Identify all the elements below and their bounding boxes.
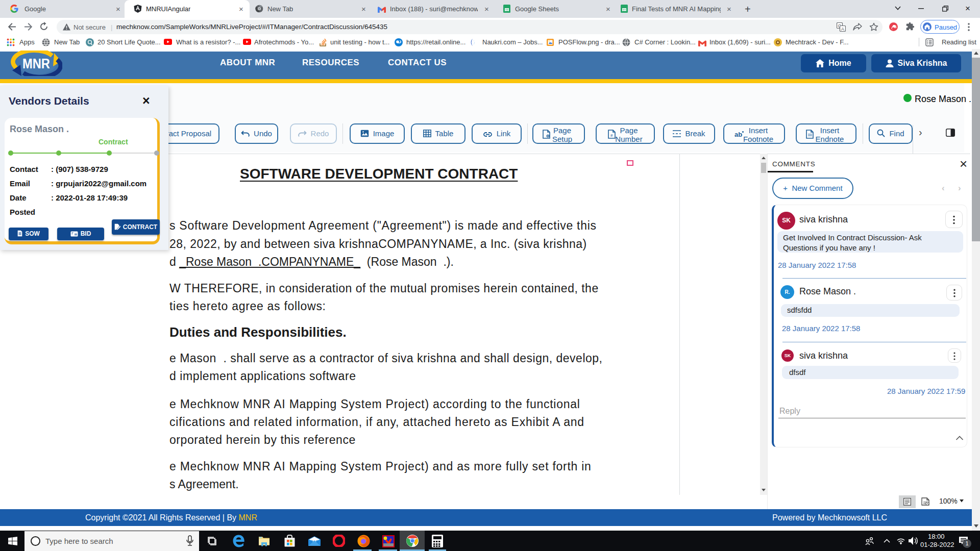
svg-text:ab: ab <box>734 131 742 138</box>
svg-text:#: # <box>610 133 613 138</box>
svg-text:MNR: MNR <box>22 56 50 71</box>
svg-text:A: A <box>841 27 844 32</box>
svg-text:B: B <box>894 25 897 29</box>
